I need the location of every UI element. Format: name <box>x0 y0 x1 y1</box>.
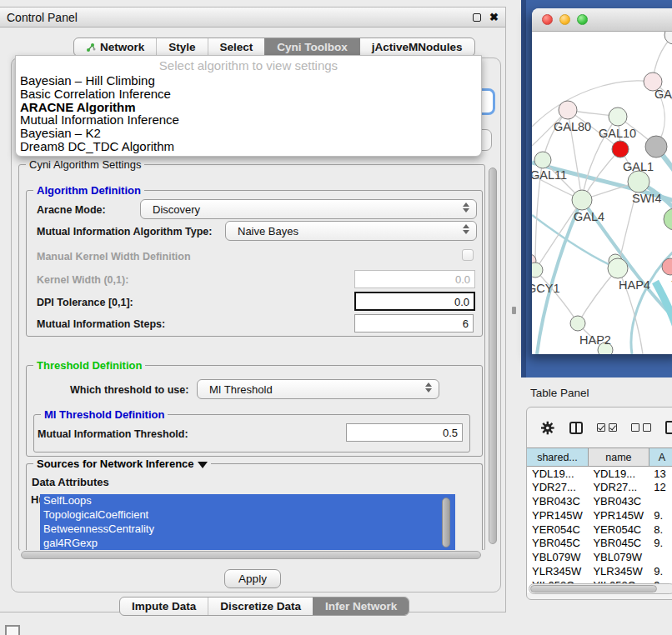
minimized-panel-icon[interactable] <box>5 625 20 635</box>
table-cell: YPR145W <box>527 508 588 522</box>
table-row[interactable]: YPR145WYPR145W9. <box>527 508 672 522</box>
network-edge[interactable] <box>535 270 578 323</box>
algorithm-option-mutual-information-inference[interactable]: Mutual Information Inference <box>16 113 481 127</box>
zoom-window-icon[interactable] <box>577 14 588 25</box>
tab-label: Impute Data <box>132 600 196 612</box>
close-panel-icon[interactable]: ✖ <box>489 13 499 22</box>
table-cell: YLR345W <box>588 564 649 578</box>
network-node[interactable] <box>532 262 543 278</box>
tab-label: Style <box>168 41 195 53</box>
column-header-name[interactable]: name <box>588 448 649 467</box>
network-node[interactable] <box>608 258 628 278</box>
table-row[interactable]: YBR043CYBR043C <box>527 494 672 508</box>
close-window-icon[interactable] <box>542 14 553 25</box>
tab-select[interactable]: Select <box>208 38 265 56</box>
apply-button[interactable]: Apply <box>224 569 281 588</box>
mi-steps-field[interactable]: 6 <box>354 314 474 332</box>
algorithm-option-basic-correlation-inference[interactable]: Basic Correlation Inference <box>16 88 481 101</box>
settings-horizontal-scrollbar[interactable] <box>20 550 485 560</box>
node-label-gal1: GAL1 <box>623 160 654 173</box>
which-threshold-combo[interactable]: MI Threshold <box>197 379 439 399</box>
network-canvas[interactable]: GALGAL80GAL10GAL11GAL1SWI4GAL4GCY1HAP4YH… <box>532 32 672 354</box>
tab-style[interactable]: Style <box>156 38 207 56</box>
mi-threshold-label: Mutual Information Threshold: <box>38 428 188 440</box>
algorithm-option-aracne-algorithm[interactable]: ARACNE Algorithm <box>16 101 481 114</box>
network-node[interactable] <box>559 101 577 119</box>
algorithm-option-dream8-dc-tdc-algorithm[interactable]: Dream8 DC_TDC Algorithm <box>16 140 481 153</box>
network-node[interactable] <box>664 208 672 230</box>
gear-icon[interactable] <box>540 420 555 436</box>
tab-cyni-toolbox[interactable]: Cyni Toolbox <box>264 38 359 56</box>
node-label-hap2: HAP2 <box>579 333 611 347</box>
network-node[interactable] <box>628 171 649 192</box>
attribute-item-selfloops[interactable]: SelfLoops <box>40 494 455 508</box>
algorithm-option-bayesian-hill-climbing[interactable]: Bayesian – Hill Climbing <box>16 74 481 88</box>
tab-network[interactable]: Network <box>74 38 156 56</box>
column-header-a[interactable]: A <box>649 448 672 467</box>
dpi-tolerance-label: DPI Tolerance [0,1]: <box>37 297 133 308</box>
table-toolbar <box>527 408 672 448</box>
kernel-width-label: Kernel Width (0,1): <box>37 274 128 286</box>
dpi-tolerance-field[interactable]: 0.0 <box>354 292 475 311</box>
columns-icon[interactable] <box>569 422 583 434</box>
algorithm-option-bayesian-k2[interactable]: Bayesian – K2 <box>16 127 481 140</box>
network-edge[interactable] <box>655 282 672 330</box>
network-node[interactable] <box>534 152 551 168</box>
table-row[interactable]: YLR345WYLR345W9. <box>527 564 672 578</box>
table-row[interactable]: YBL079WYBL079W <box>527 550 672 564</box>
settings-vertical-scrollbar[interactable] <box>488 166 498 549</box>
manual-kernel-checkbox[interactable] <box>462 249 474 261</box>
attribute-item-topologicalcoefficient[interactable]: TopologicalCoefficient <box>40 508 455 522</box>
unchecked-columns-icon[interactable] <box>631 423 651 432</box>
float-panel-icon[interactable] <box>473 13 481 22</box>
page-icon[interactable] <box>665 421 672 434</box>
tab-impute-data[interactable]: Impute Data <box>120 598 208 615</box>
algorithm-dropdown-popup: Select algorithm to view settings Bayesi… <box>15 55 482 157</box>
table-cell: YER054C <box>588 522 649 537</box>
kernel-width-field[interactable]: 0.0 <box>354 270 475 288</box>
table-cell: 8. <box>649 522 672 537</box>
tab-discretize-data[interactable]: Discretize Data <box>208 598 313 615</box>
bottom-tabbar: Impute DataDiscretize DataInfer Network <box>119 597 409 616</box>
network-edge[interactable] <box>532 81 653 127</box>
threshold-definition-group: Threshold Definition Which threshold to … <box>26 365 483 457</box>
network-node[interactable] <box>612 141 629 158</box>
minimize-window-icon[interactable] <box>559 14 570 25</box>
mi-type-label: Mutual Information Algorithm Type: <box>37 226 212 238</box>
network-node[interactable] <box>572 190 592 210</box>
network-node[interactable] <box>645 136 667 158</box>
mi-type-combo[interactable]: Naive Bayes <box>225 221 477 241</box>
sources-group: Sources for Network Inference Data Attri… <box>26 463 483 552</box>
table-row[interactable]: YDL19...YDL19...13 <box>527 467 672 481</box>
tab-infer-network[interactable]: Infer Network <box>313 598 409 615</box>
network-node[interactable] <box>570 316 585 331</box>
tab-jactivemnodules[interactable]: jActiveMNodules <box>359 38 474 56</box>
table-horizontal-scrollbar[interactable] <box>529 583 672 594</box>
attribute-item-betweennesscentrality[interactable]: BetweennessCentrality <box>40 522 455 537</box>
network-node[interactable] <box>664 32 672 44</box>
table-row[interactable]: YDR27...YDR27...12 <box>527 480 672 494</box>
mi-threshold-field[interactable]: 0.5 <box>346 423 463 442</box>
algorithm-definition-title: Algorithm Definition <box>33 184 144 197</box>
attribute-item-gal4rgexp[interactable]: gal4RGexp <box>40 537 455 551</box>
threshold-definition-title: Threshold Definition <box>33 359 145 372</box>
column-header-shared[interactable]: shared... <box>527 448 588 467</box>
table-cell: YDR27... <box>527 480 588 494</box>
node-label-gcy1: GCY1 <box>532 282 560 295</box>
which-threshold-value: MI Threshold <box>209 383 273 396</box>
table-cell: 9. <box>649 508 672 522</box>
which-threshold-label: Which threshold to use: <box>70 384 188 396</box>
network-window-titlebar[interactable] <box>532 8 672 32</box>
sources-title: Sources for Network Inference <box>33 458 211 470</box>
checked-columns-icon[interactable] <box>597 423 617 432</box>
control-panel-tabbar: NetworkStyleSelectCyni ToolboxjActiveMNo… <box>73 38 475 57</box>
aracne-mode-combo[interactable]: Discovery <box>140 199 477 219</box>
table-row[interactable]: YBR045CYBR045C9. <box>527 536 672 550</box>
splitter-handle[interactable] <box>512 307 516 314</box>
network-node[interactable] <box>609 108 627 126</box>
data-attributes-list[interactable]: SelfLoopsTopologicalCoefficientBetweenne… <box>40 494 455 551</box>
attributes-list-scrollbar[interactable] <box>442 498 450 548</box>
table-row[interactable]: YER054CYER054C8. <box>527 522 672 537</box>
mi-type-value: Naive Bayes <box>238 225 298 238</box>
node-attribute-table[interactable]: shared...nameAYDL19...YDL19...13YDR27...… <box>527 448 672 592</box>
